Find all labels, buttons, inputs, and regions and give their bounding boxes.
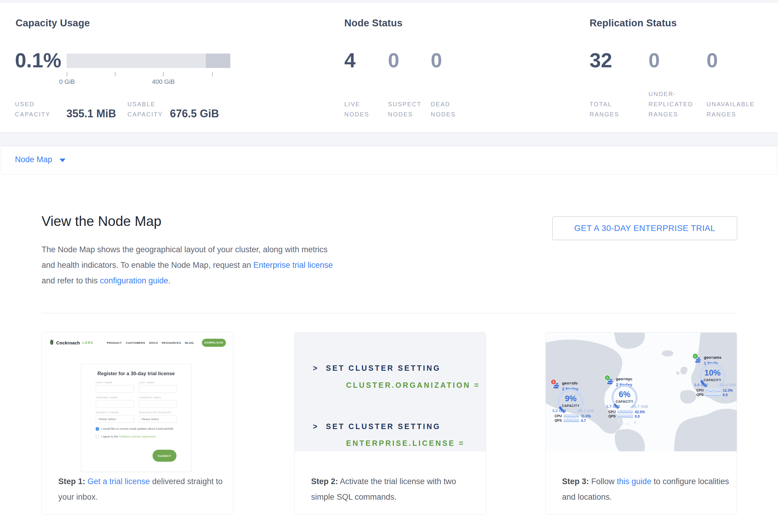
axis-tick [163, 72, 164, 76]
sql-command-1: > SET CLUSTER SETTING [313, 364, 441, 373]
last-name-input [139, 385, 177, 393]
suspect-nodes-label: SUSPECT NODES [388, 99, 430, 120]
step3-label: Step 3: [562, 477, 589, 486]
configuration-guide-link[interactable]: configuration guide [100, 276, 168, 285]
node-map-view-selector[interactable]: Node Map [1, 146, 777, 174]
company-name-input [96, 400, 134, 408]
form-field: COMPANY NAME [96, 396, 134, 408]
qps-sparkline [705, 393, 721, 396]
software-license-link: Software License Agreement. [119, 435, 156, 438]
capacity-label: CAPACITY [605, 400, 644, 403]
sql-commands-panel: > SET CLUSTER SETTING CLUSTER.ORGANIZATI… [295, 332, 486, 452]
cpu-value: 12.3% [723, 388, 733, 393]
cluster-overview-page: Capacity Usage 0.1% 0 GiB 400 GiB USED C… [0, 0, 778, 532]
error-badge-icon: 1 [551, 379, 556, 384]
form-field: PROJECT PHASEPlease Select [96, 411, 134, 423]
reason-for-interest-select: Please Select [139, 415, 177, 423]
cpu-sparkline [563, 414, 579, 418]
agree-text: I agree to the Software License Agreemen… [101, 435, 156, 438]
download-button: DOWNLOAD [202, 339, 226, 347]
capacity-bar-reserved-segment [206, 54, 230, 68]
nav-item-product: PRODUCT [107, 341, 122, 345]
step3-caption: Step 3: Follow this guide to configure l… [562, 474, 729, 505]
capacity-label: CAPACITY [693, 378, 732, 382]
checkbox-empty-icon [96, 435, 99, 438]
capacity-label: CAPACITY [551, 404, 591, 407]
capacity-usage-title: Capacity Usage [15, 17, 90, 29]
project-phase-select: Please Select [96, 415, 134, 423]
section-gap [0, 133, 778, 146]
replication-status-title: Replication Status [590, 17, 677, 29]
get-enterprise-trial-button[interactable]: GET A 30-DAY ENTERPRISE TRIAL [552, 216, 737, 240]
logo-brand-text: Cockroach [56, 340, 80, 345]
first-name-input [96, 385, 134, 393]
dead-nodes-label: DEAD NODES [431, 99, 470, 120]
qps-sparkline [617, 414, 633, 418]
nav-item-docs: DOCS [149, 341, 158, 345]
agree-pre-text: I agree to the [101, 435, 119, 438]
get-trial-license-link[interactable]: Get a trial license [88, 477, 150, 486]
chevron-down-icon[interactable] [60, 159, 66, 162]
step1-caption: Step 1: Get a trial license delivered st… [58, 474, 226, 505]
enterprise-trial-license-link[interactable]: Enterprise trial license [253, 260, 333, 270]
unavailable-ranges-count: 0 [706, 50, 718, 70]
company-email-input [139, 400, 177, 408]
optin-text: I would like to receive email updates ab… [101, 427, 174, 430]
sql-setting-2: ENTERPRISE.LICENSE = [346, 439, 465, 448]
form-field: COMPANY EMAIL [139, 396, 177, 408]
caption-text [85, 477, 88, 486]
capacity-usage-bar [67, 54, 230, 68]
sql-keyword: SET CLUSTER SETTING [326, 422, 441, 431]
capacity-used: 3.6 GiB [694, 383, 708, 387]
submit-button: SUBMIT [153, 450, 176, 462]
qps-sparkline [563, 419, 579, 422]
cpu-value: 11.0% [581, 414, 591, 418]
axis-tick [67, 72, 67, 76]
step1-card: Cockroach LABS PRODUCT CUSTOMERS DOCS RE… [42, 332, 233, 514]
cpu-label: CPU [696, 388, 704, 392]
axis-tick [212, 72, 213, 76]
capacity-percent: 9% [551, 394, 591, 403]
sql-setting-1: CLUSTER.ORGANIZATION = [346, 381, 480, 390]
capacity-used-percent: 0.1% [15, 50, 61, 70]
field-label: COMPANY NAME [96, 396, 134, 399]
form-field: LAST NAME [139, 381, 177, 393]
capacity-used: 3.2 GiB [552, 408, 566, 413]
capacity-total: 34.4 GiB [716, 383, 736, 387]
total-ranges-count: 32 [590, 50, 612, 70]
qps-label: QPS [696, 393, 704, 396]
field-label: LAST NAME [139, 381, 177, 384]
unavailable-ranges-label: UNAVAILABLE RANGES [706, 99, 762, 120]
usable-capacity-value: 676.5 GiB [170, 107, 219, 120]
checkbox-checked-icon: ✓ [96, 427, 99, 431]
prompt-icon: > [313, 422, 319, 431]
healthy-check-icon: ✓ [605, 375, 610, 380]
dead-nodes-count: 0 [431, 50, 442, 70]
form-field: FIRST NAME [96, 381, 134, 393]
capacity-total: 65.7 GiB [628, 404, 648, 409]
top-strip [0, 0, 778, 3]
cpu-value: 42.5% [635, 410, 645, 414]
under-replicated-ranges-label: UNDER-REPLICATED RANGES [648, 89, 704, 120]
step2-label: Step 2: [311, 477, 338, 486]
locality-geo-ams: ✓ geo=ams 1 Node 10% CAPACITY 3.6 GiB 34… [693, 353, 737, 396]
live-nodes-count: 4 [344, 50, 356, 70]
step1-label: Step 1: [58, 477, 85, 486]
locality-name: geo=ams [704, 355, 721, 360]
node-map-selector-label[interactable]: Node Map [15, 155, 52, 164]
cpu-sparkline [705, 388, 721, 392]
total-ranges-label: TOTAL RANGES [590, 99, 634, 120]
axis-tick [115, 72, 115, 76]
form-fields: FIRST NAME LAST NAME COMPANY NAME COMPAN… [96, 381, 176, 423]
cpu-label: CPU [608, 410, 616, 413]
nav-item-blog: BLOG [185, 341, 194, 345]
prompt-icon: > [313, 364, 319, 372]
healthy-check-icon: ✓ [693, 354, 698, 359]
capacity-percent: 6% [605, 390, 644, 399]
nav-item-resources: RESOURCES [162, 341, 181, 345]
this-guide-link[interactable]: this guide [617, 477, 651, 486]
locality-geo-nyc: ✓ geo=nyc 2 Nodes 6% CAPACITY 3.7 GiB 65… [605, 375, 656, 418]
node-map-preview: 1 geo=sfo 2 Nodes 9% CAPACITY 3.2 GiB 35… [546, 332, 737, 452]
capacity-used: 3.7 GiB [606, 404, 620, 409]
cockroach-labs-logo: Cockroach LABS [49, 339, 93, 346]
